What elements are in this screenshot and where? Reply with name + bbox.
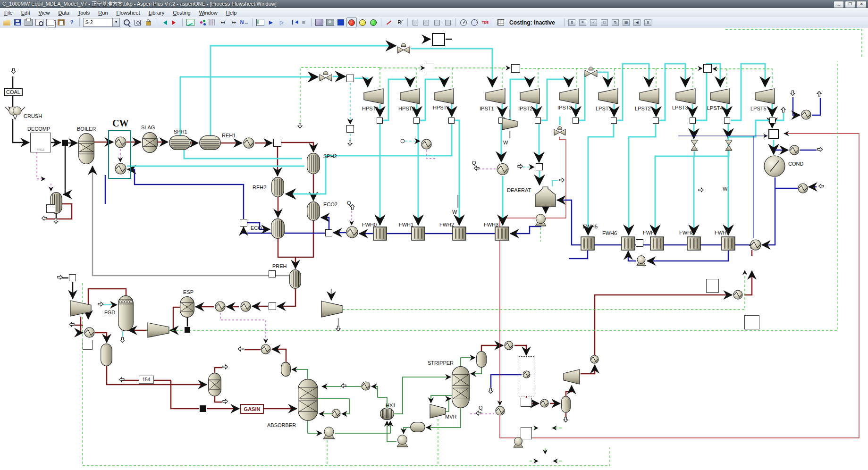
stream-line[interactable] bbox=[292, 369, 308, 379]
block-hpst2[interactable] bbox=[400, 88, 420, 104]
block-hx-fg4[interactable] bbox=[215, 301, 226, 312]
block-hx-reb[interactable] bbox=[495, 406, 505, 416]
block-comp-w[interactable] bbox=[502, 118, 517, 130]
block-sq-byp[interactable] bbox=[346, 125, 354, 133]
block-valve-v2[interactable] bbox=[725, 140, 733, 151]
stream-line[interactable] bbox=[281, 143, 313, 152]
block-tinybox[interactable] bbox=[46, 204, 55, 213]
block-valve-rh[interactable] bbox=[397, 43, 410, 54]
block-fwh8[interactable] bbox=[687, 236, 701, 251]
block-hx-cond3[interactable] bbox=[789, 145, 800, 155]
stream-line[interactable] bbox=[744, 271, 752, 295]
block-dryhx[interactable] bbox=[522, 370, 531, 378]
block-sp-hp1[interactable] bbox=[377, 118, 383, 124]
block-sp-lp1[interactable] bbox=[611, 118, 617, 124]
stream-line[interactable] bbox=[13, 119, 29, 143]
block-mixA[interactable] bbox=[426, 64, 434, 72]
stream-line[interactable] bbox=[170, 307, 180, 330]
block-hx-ohd[interactable] bbox=[504, 341, 514, 350]
stream-line[interactable] bbox=[514, 345, 526, 355]
stream-line[interactable] bbox=[629, 124, 656, 235]
block-esp[interactable] bbox=[180, 296, 194, 318]
block-hx-mk[interactable] bbox=[798, 183, 808, 193]
block-eco1[interactable] bbox=[271, 218, 285, 239]
block-lpst4[interactable] bbox=[710, 88, 730, 104]
block-sq-air[interactable] bbox=[69, 274, 76, 281]
block-j-esp[interactable] bbox=[185, 327, 190, 333]
block-hx-co2a[interactable] bbox=[540, 399, 549, 408]
stream-line[interactable] bbox=[762, 177, 775, 245]
block-sp-hp3[interactable] bbox=[448, 118, 455, 124]
block-fan1[interactable] bbox=[70, 300, 91, 317]
block-valve-lp[interactable] bbox=[584, 67, 598, 77]
block-fwh6[interactable] bbox=[621, 236, 635, 251]
block-sp-ip2[interactable] bbox=[535, 118, 541, 124]
stream-line[interactable] bbox=[127, 169, 244, 219]
block-cw-hx2[interactable] bbox=[115, 163, 126, 175]
stream-line[interactable] bbox=[427, 150, 437, 159]
stream-line[interactable] bbox=[491, 375, 522, 388]
block-mixC[interactable] bbox=[703, 64, 712, 73]
stream-line[interactable] bbox=[713, 69, 772, 87]
block-sp-lp3[interactable] bbox=[690, 118, 696, 124]
block-fwh7[interactable] bbox=[650, 236, 664, 251]
block-hx-gs[interactable] bbox=[421, 139, 432, 150]
stream-line[interactable] bbox=[180, 77, 318, 135]
block-hpst3[interactable] bbox=[434, 88, 454, 104]
stream-line[interactable] bbox=[588, 124, 614, 235]
stream-line[interactable] bbox=[387, 421, 396, 442]
block-hx-fg1[interactable] bbox=[243, 137, 254, 149]
block-hx-lean[interactable] bbox=[361, 381, 371, 391]
stream-line[interactable] bbox=[295, 221, 313, 269]
block-box-co2[interactable] bbox=[744, 315, 759, 329]
block-hx-vent[interactable] bbox=[261, 344, 271, 354]
stream-line[interactable] bbox=[321, 218, 329, 229]
block-lpst3[interactable] bbox=[676, 88, 696, 104]
block-mix-cond[interactable] bbox=[768, 129, 779, 139]
block-eco2[interactable] bbox=[307, 201, 320, 221]
block-hx1[interactable] bbox=[380, 408, 394, 420]
block-hx-co2b[interactable] bbox=[590, 355, 599, 364]
stream-line[interactable] bbox=[63, 146, 65, 194]
stream-line[interactable] bbox=[354, 78, 368, 87]
stream-line[interactable] bbox=[184, 150, 302, 159]
block-lpst1[interactable] bbox=[598, 88, 618, 104]
block-ipst1[interactable] bbox=[486, 88, 506, 104]
flowsheet-canvas[interactable]: COALCRUSHRYIELDDECOMPBOILERSLAGSPH1REH1S… bbox=[0, 28, 868, 470]
stream-line[interactable] bbox=[404, 428, 410, 434]
block-j2[interactable] bbox=[200, 405, 206, 412]
stream-line[interactable] bbox=[446, 399, 451, 411]
stream-line[interactable] bbox=[581, 365, 595, 374]
block-decomp[interactable]: RYIELD bbox=[30, 133, 51, 152]
block-pump-lean2[interactable] bbox=[396, 435, 408, 447]
block-sp-lp2[interactable] bbox=[653, 118, 659, 124]
stream-line[interactable] bbox=[595, 295, 732, 355]
stream-line[interactable] bbox=[776, 113, 784, 120]
stream-line[interactable] bbox=[579, 74, 585, 120]
block-refluxdrum[interactable] bbox=[476, 351, 487, 368]
block-fwh2[interactable] bbox=[452, 227, 466, 241]
block-box-cg[interactable] bbox=[83, 340, 93, 350]
stream-line[interactable] bbox=[694, 151, 729, 235]
block-hx-fwh0[interactable] bbox=[346, 226, 358, 238]
block-j1[interactable] bbox=[62, 140, 68, 146]
block-pump-da[interactable] bbox=[535, 214, 547, 227]
block-sp-lp4[interactable] bbox=[724, 118, 730, 124]
block-fwh3[interactable] bbox=[495, 227, 509, 241]
block-valve-v1[interactable] bbox=[691, 140, 698, 151]
block-drum-flash[interactable] bbox=[410, 422, 425, 432]
stream-line[interactable] bbox=[510, 227, 541, 234]
block-pump-rich[interactable] bbox=[323, 427, 335, 439]
block-hx-ic[interactable] bbox=[331, 409, 341, 418]
stream-line[interactable] bbox=[598, 72, 608, 87]
block-reh2[interactable] bbox=[271, 177, 284, 197]
block-washdrum[interactable] bbox=[281, 362, 291, 377]
block-gasin[interactable]: GASIN bbox=[240, 404, 264, 414]
block-lpst5[interactable] bbox=[755, 88, 775, 104]
block-sq-top[interactable] bbox=[432, 33, 445, 46]
stream-line[interactable] bbox=[728, 120, 769, 235]
block-absorber[interactable] bbox=[298, 379, 318, 421]
block-lpst2[interactable] bbox=[640, 88, 659, 104]
block-hx-ext3[interactable] bbox=[497, 163, 509, 176]
stream-line[interactable] bbox=[215, 368, 222, 373]
